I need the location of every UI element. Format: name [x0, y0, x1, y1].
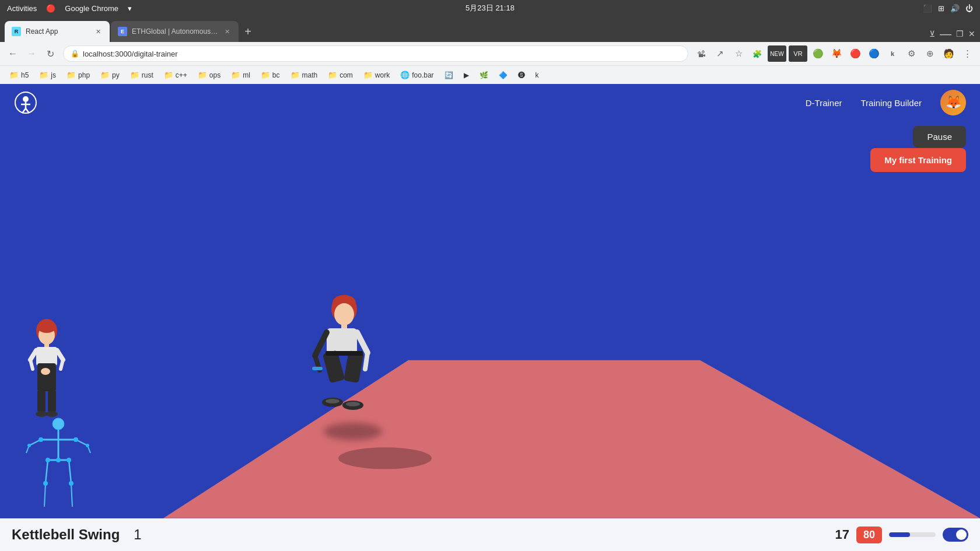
- nav-avatar[interactable]: 🦊: [940, 90, 966, 115]
- tab-eth[interactable]: E ETHGlobal | Autonomous… ✕: [111, 21, 239, 42]
- svg-point-42: [27, 444, 31, 447]
- window-restore[interactable]: ❐: [956, 29, 964, 38]
- profile-avatar[interactable]: 🧑: [940, 45, 957, 62]
- nav-training-builder[interactable]: Training Builder: [861, 98, 922, 108]
- svg-rect-51: [326, 351, 363, 356]
- tab-close-eth[interactable]: ✕: [222, 27, 232, 36]
- ext2[interactable]: 🔴: [847, 45, 863, 62]
- power-icon[interactable]: ⏻: [965, 4, 973, 13]
- os-bar: Activities 🔴 Google Chrome ▾ 5月23日 21:18…: [0, 0, 980, 16]
- bookmark-label: foo.bar: [412, 71, 433, 79]
- screen-mirror-icon[interactable]: 📽: [693, 45, 709, 62]
- new-tab-button[interactable]: +: [240, 23, 256, 40]
- bookmark-special-6[interactable]: k: [531, 70, 544, 80]
- tab-bar-search[interactable]: ⊻: [929, 29, 935, 38]
- svg-point-36: [74, 437, 78, 442]
- browser-dropdown-icon[interactable]: ▾: [128, 4, 132, 13]
- browser-frame: R React App ✕ E ETHGlobal | Autonomous… …: [0, 16, 980, 84]
- ext4[interactable]: k: [884, 45, 901, 62]
- metamask-avatar: 🦊: [940, 90, 966, 115]
- svg-point-37: [56, 458, 61, 462]
- bookmark-work[interactable]: 📁 work: [359, 69, 394, 80]
- ext3[interactable]: 🔵: [866, 45, 882, 62]
- bookmark-special-2[interactable]: ▶: [459, 70, 474, 80]
- app-logo[interactable]: [14, 91, 37, 114]
- pause-button[interactable]: Pause: [913, 126, 966, 148]
- forward-button[interactable]: →: [23, 45, 40, 62]
- volume-icon[interactable]: 🔊: [950, 4, 960, 13]
- svg-point-10: [37, 321, 56, 333]
- bookmark-ops[interactable]: 📁 ops: [193, 69, 225, 80]
- bookmark-h5[interactable]: 📁 h5: [5, 69, 33, 80]
- share-icon[interactable]: ↗: [712, 45, 728, 62]
- bookmark-special-1[interactable]: 🔄: [440, 70, 458, 80]
- scene-background: D-Trainer Training Builder 🦊: [0, 84, 980, 551]
- bookmark-com[interactable]: 📁 com: [323, 69, 358, 80]
- nav-d-trainer[interactable]: D-Trainer: [806, 98, 842, 108]
- star-icon[interactable]: ☆: [730, 45, 747, 62]
- bookmark-foobar[interactable]: 🌐 foo.bar: [396, 69, 438, 80]
- bookmark-special-4[interactable]: 🔷: [494, 70, 512, 80]
- bookmark-py[interactable]: 📁 py: [96, 69, 124, 80]
- bookmark-cpp[interactable]: 📁 c++: [159, 69, 192, 80]
- exercise-name: Kettlebell Swing: [12, 527, 120, 543]
- folder-icon: 📁: [261, 71, 270, 79]
- tab-close-react[interactable]: ✕: [93, 27, 103, 36]
- svg-rect-48: [327, 328, 357, 354]
- os-bar-left: Activities 🔴 Google Chrome ▾: [7, 4, 132, 13]
- bookmark-rust[interactable]: 📁 rust: [125, 69, 158, 80]
- svg-rect-20: [48, 390, 56, 412]
- vr-icon[interactable]: VR: [789, 45, 807, 62]
- bookmark-math[interactable]: 📁 math: [286, 69, 323, 80]
- score-badge: 80: [856, 527, 882, 543]
- bookmark-js[interactable]: 📁 js: [34, 69, 61, 80]
- exercise-count: 1: [134, 527, 141, 543]
- bookmark-special-3[interactable]: 🌿: [475, 70, 493, 80]
- skeleton-svg: [23, 413, 93, 518]
- floor-svg: [0, 191, 980, 518]
- svg-line-32: [44, 483, 46, 507]
- svg-point-41: [69, 481, 74, 486]
- svg-point-43: [86, 444, 89, 447]
- metamask-icon[interactable]: 🦊: [828, 45, 845, 62]
- progress-bar: [889, 532, 936, 537]
- url-bar[interactable]: 🔒 localhost:3000/digital-trainer: [63, 45, 688, 62]
- special-icon: k: [536, 71, 539, 79]
- main-character: [309, 294, 379, 434]
- rep-number: 17: [835, 527, 849, 542]
- main-char-svg: [309, 294, 379, 434]
- browser-name[interactable]: Google Chrome: [65, 4, 118, 13]
- folder-icon: 📁: [39, 71, 48, 79]
- back-button[interactable]: ←: [5, 45, 21, 62]
- tab-favicon-eth: E: [118, 27, 127, 36]
- training-button[interactable]: My first Training: [870, 148, 966, 172]
- window-close[interactable]: ✕: [968, 29, 975, 38]
- activities-label[interactable]: Activities: [7, 4, 37, 13]
- folder-icon: 📁: [231, 71, 240, 79]
- bookmark-php[interactable]: 📁 php: [62, 69, 94, 80]
- ext5[interactable]: ⚙: [903, 45, 919, 62]
- chrome-menu[interactable]: ⋮: [959, 45, 975, 62]
- bookmark-label: ops: [209, 71, 220, 79]
- reload-button[interactable]: ↻: [42, 45, 58, 62]
- bookmark-special-5[interactable]: 🅢: [513, 70, 530, 80]
- svg-line-17: [61, 360, 63, 369]
- toggle-switch[interactable]: [943, 528, 968, 542]
- svg-point-39: [66, 458, 71, 462]
- bookmark-label: h5: [21, 71, 29, 79]
- ext6[interactable]: ⊕: [922, 45, 938, 62]
- svg-line-31: [46, 460, 48, 483]
- ext1[interactable]: 🟢: [810, 45, 826, 62]
- tab-react[interactable]: R React App ✕: [5, 21, 110, 42]
- bookmark-ml[interactable]: 📁 ml: [226, 69, 255, 80]
- bookmark-bc[interactable]: 📁 bc: [256, 69, 285, 80]
- window-minimize[interactable]: —: [940, 28, 951, 40]
- address-bar: ← → ↻ 🔒 localhost:3000/digital-trainer 📽…: [0, 42, 980, 65]
- windows-icon: ⊞: [938, 4, 944, 13]
- bookmark-label: php: [78, 71, 90, 79]
- bookmark-label: c++: [176, 71, 187, 79]
- svg-rect-13: [37, 363, 56, 391]
- extensions-icon[interactable]: 🧩: [749, 45, 765, 62]
- bookmark-label: rust: [142, 71, 153, 79]
- svg-rect-56: [312, 367, 323, 370]
